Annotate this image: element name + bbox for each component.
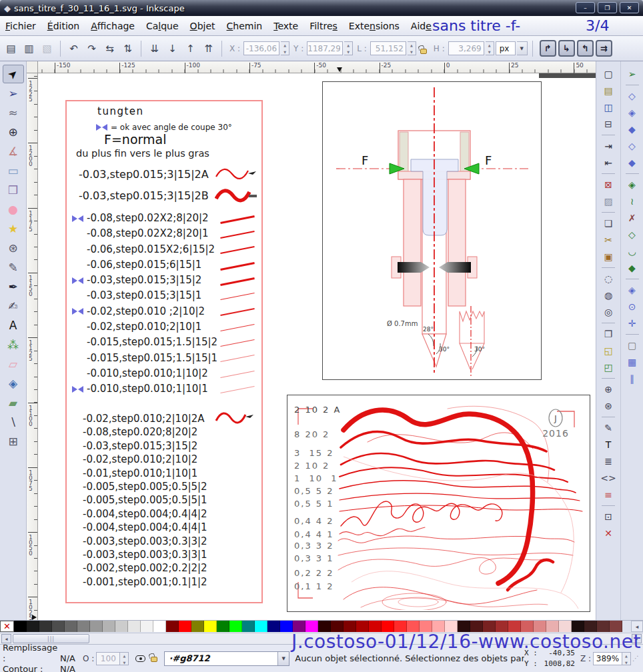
color-swatch[interactable] xyxy=(191,621,204,632)
height-field[interactable] xyxy=(448,41,484,55)
document-properties-button[interactable]: ✎ xyxy=(600,420,617,436)
tool-tweak[interactable]: ≈ xyxy=(3,103,24,122)
snap-master-button[interactable]: ➢ xyxy=(624,66,641,82)
raise-one-step-button[interactable]: ↑ xyxy=(182,40,199,57)
snap-bbox-edge-midpoints-button[interactable]: ◇ xyxy=(624,138,641,154)
snap-bbox-edges-button[interactable]: ◈ xyxy=(624,105,641,121)
tool-gradient[interactable]: ▰ xyxy=(3,393,24,412)
clean-defs-button[interactable]: ▨ xyxy=(600,193,617,209)
zoom-to-selection-button[interactable]: ◌ xyxy=(600,271,617,287)
color-swatch[interactable] xyxy=(14,621,27,632)
flip-vertical-button[interactable]: ⇅ xyxy=(119,40,136,57)
x-spinner[interactable]: ▲▼ xyxy=(281,41,289,55)
layer-lock-icon[interactable] xyxy=(151,657,157,662)
clone-button[interactable]: ◱ xyxy=(600,343,617,359)
snap-bounding-box-button[interactable]: ◇ xyxy=(624,88,641,104)
tool-paint-bucket[interactable]: ◈ xyxy=(3,374,24,393)
color-swatch[interactable] xyxy=(27,621,39,632)
vertical-ruler[interactable]: 122512001175115011251100107510501025 xyxy=(27,73,38,620)
color-swatch[interactable] xyxy=(267,621,280,632)
layer-select[interactable]: ·#g8712 ▼ xyxy=(164,651,289,666)
rotate-ccw-button[interactable]: ↶ xyxy=(65,40,82,57)
zoom-to-drawing-button[interactable]: ◍ xyxy=(600,287,617,303)
paste-button[interactable]: ▣ xyxy=(600,249,617,265)
minimize-button[interactable]: – xyxy=(576,2,595,13)
unit-dropdown-icon[interactable]: ▼ xyxy=(517,41,528,55)
color-swatch[interactable] xyxy=(128,621,141,632)
rotate-cw-button[interactable]: ↷ xyxy=(83,40,100,57)
lower-to-bottom-button[interactable]: ⇊ xyxy=(146,40,163,57)
width-field[interactable] xyxy=(370,41,406,55)
tool-selector[interactable]: ➤ xyxy=(3,65,24,83)
preferences-button[interactable]: ⊡ xyxy=(600,509,617,525)
snap-path-button[interactable]: ≀ xyxy=(624,193,641,209)
align-distribute-button[interactable]: ≡ xyxy=(600,487,617,503)
close-button[interactable]: ✕ xyxy=(620,2,639,13)
snap-line-midpoints-button[interactable]: ◆ xyxy=(624,260,641,276)
deselect-button[interactable]: ▧ xyxy=(39,40,55,57)
y-field[interactable] xyxy=(307,41,343,55)
duplicate-button[interactable]: ❐ xyxy=(600,326,617,342)
color-swatch[interactable] xyxy=(103,621,115,632)
raise-to-top-button[interactable]: ⇈ xyxy=(200,40,217,57)
opacity-field[interactable] xyxy=(96,652,120,665)
title-bar[interactable]: ◆ sans_titre_f_30_11_16_1.svg - Inkscape… xyxy=(0,0,643,16)
tool-calligraphy[interactable]: ✍ xyxy=(3,297,24,315)
color-swatch[interactable] xyxy=(242,621,255,632)
snap-page-border-button[interactable]: ▢ xyxy=(624,337,641,353)
y-spinner[interactable]: ▲▼ xyxy=(344,41,353,55)
color-swatch[interactable] xyxy=(39,621,52,632)
unit-select[interactable]: px xyxy=(496,41,516,55)
edit-find-replace-button[interactable]: ⊛ xyxy=(600,398,617,414)
snap-bbox-centers-button[interactable]: ◆ xyxy=(624,155,641,171)
snap-guides-button[interactable]: ∥ xyxy=(624,371,641,387)
color-swatch[interactable] xyxy=(115,621,128,632)
height-spinner[interactable]: ▲▼ xyxy=(486,41,494,55)
open-document-button[interactable]: ▤ xyxy=(600,83,617,99)
menu-objet[interactable]: Objet xyxy=(190,21,215,31)
canvas[interactable]: tungten = ok avec angle de coupe 30° F=n… xyxy=(38,73,596,620)
layers-dialog-button[interactable]: ≣ xyxy=(600,453,617,469)
transform-stroke-toggle[interactable]: ↱ xyxy=(540,40,556,57)
close-pane-button[interactable]: ✕ xyxy=(600,525,617,541)
tool-measure[interactable]: ∡ xyxy=(3,142,24,161)
color-swatch[interactable] xyxy=(52,621,65,632)
layer-visibility-icon[interactable] xyxy=(135,655,145,662)
snap-object-centers-button[interactable]: ⊙ xyxy=(624,299,641,315)
delete-selection-button[interactable]: ⊠ xyxy=(600,177,617,193)
tool-rectangle[interactable]: ▭ xyxy=(3,161,24,180)
color-swatch[interactable] xyxy=(90,621,103,632)
width-spinner[interactable]: ▲▼ xyxy=(408,41,416,55)
menu-chemin[interactable]: Chemin xyxy=(227,21,263,31)
export-button[interactable]: ⇤ xyxy=(600,155,617,171)
tool-pencil[interactable]: ✎ xyxy=(3,258,24,277)
tool-bezier-pen[interactable]: ✒ xyxy=(3,277,24,296)
color-swatch[interactable] xyxy=(166,621,179,632)
x-field[interactable] xyxy=(243,41,279,55)
snap-cusp-nodes-button[interactable]: ◇ xyxy=(624,227,641,243)
print-button[interactable]: ⊟ xyxy=(600,116,617,132)
color-swatch[interactable] xyxy=(217,621,229,632)
color-swatch[interactable] xyxy=(229,621,242,632)
fill-stroke-indicator[interactable]: Remplissage :N/A Contour :N/A xyxy=(0,643,79,672)
opacity-spinner[interactable]: ▲▼ xyxy=(120,652,129,665)
import-button[interactable]: ⇥ xyxy=(600,138,617,154)
menu-texte[interactable]: Texte xyxy=(273,21,298,31)
copy-button[interactable]: ❏ xyxy=(600,215,617,231)
snap-nodes-button[interactable]: ◈ xyxy=(624,177,641,193)
cut-button[interactable]: ✂ xyxy=(600,232,617,248)
tool-3d-box[interactable]: ❒ xyxy=(3,181,24,199)
tool-zoom[interactable]: ⊕ xyxy=(3,123,24,141)
unlink-clone-button[interactable]: ◰ xyxy=(600,359,617,375)
lock-ratio-icon[interactable] xyxy=(420,49,427,54)
tool-node-editor[interactable]: ➢ xyxy=(3,84,24,103)
tool-ellipse[interactable]: ● xyxy=(3,200,24,219)
menu-edition[interactable]: Édition xyxy=(47,21,79,31)
lower-one-step-button[interactable]: ↓ xyxy=(164,40,181,57)
tool-eraser[interactable]: ▱ xyxy=(3,355,24,373)
select-all-button[interactable]: ▤ xyxy=(3,40,19,57)
color-swatch[interactable] xyxy=(204,621,217,632)
color-swatch[interactable] xyxy=(65,621,77,632)
transform-corners-toggle[interactable]: ↳ xyxy=(558,40,575,57)
zoom-field[interactable] xyxy=(593,652,622,665)
